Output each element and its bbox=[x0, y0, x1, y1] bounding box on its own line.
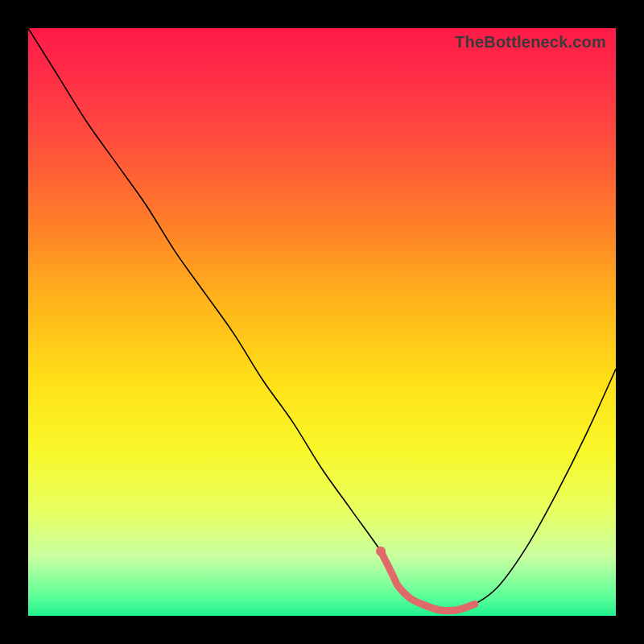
chart-stage: TheBottleneck.com bbox=[0, 0, 644, 644]
highlight-segment bbox=[381, 551, 475, 611]
highlight-dot bbox=[376, 547, 386, 556]
bottleneck-curve bbox=[28, 28, 616, 616]
curve-path bbox=[28, 28, 616, 611]
plot-area: TheBottleneck.com bbox=[28, 28, 616, 616]
